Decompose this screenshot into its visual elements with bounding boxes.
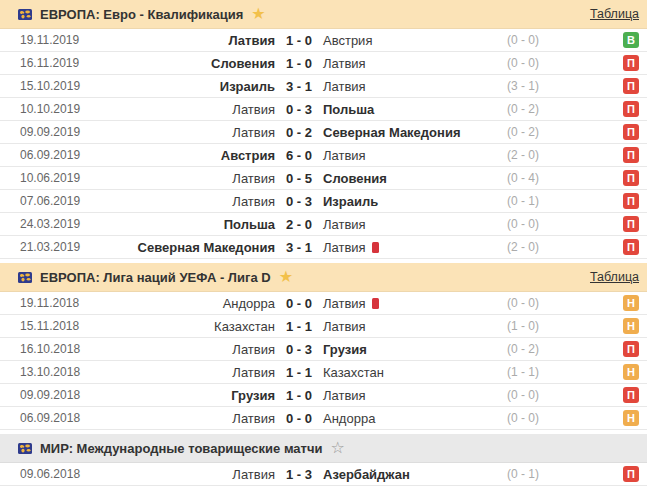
match-row[interactable]: 24.03.2019 Польша 2 - 0 Латвия (0 - 0) П <box>0 213 647 236</box>
away-team: Азербайджан <box>323 467 410 482</box>
match-score: 0 - 3 <box>275 102 323 117</box>
match-row[interactable]: 06.09.2018 Латвия 0 - 0 Андорра (0 - 0) … <box>0 407 647 430</box>
halftime-score: (0 - 0) <box>488 296 558 310</box>
match-score: 1 - 0 <box>275 33 323 48</box>
match-date: 19.11.2018 <box>0 296 125 310</box>
match-date: 06.09.2019 <box>0 148 125 162</box>
home-team: Казахстан <box>125 319 275 334</box>
result-badge: Н <box>623 364 639 380</box>
away-team-cell: Латвия <box>323 148 488 163</box>
star-icon[interactable]: ★ <box>279 269 293 285</box>
halftime-score: (0 - 1) <box>488 194 558 208</box>
match-row[interactable]: 09.09.2018 Грузия 1 - 0 Латвия (0 - 0) П <box>0 384 647 407</box>
halftime-score: (0 - 0) <box>488 56 558 70</box>
star-icon[interactable]: ★ <box>251 6 265 22</box>
match-row[interactable]: 16.11.2019 Словения 1 - 0 Латвия (0 - 0)… <box>0 52 647 75</box>
away-team: Израиль <box>323 194 378 209</box>
match-results-widget: ЕВРОПА: Евро - Квалификация ★ Таблица 19… <box>0 0 647 486</box>
match-row[interactable]: 10.06.2019 Латвия 0 - 5 Словения (0 - 4)… <box>0 167 647 190</box>
world-map-icon <box>18 443 32 454</box>
away-team: Латвия <box>323 240 366 255</box>
match-row[interactable]: 10.10.2019 Латвия 0 - 3 Польша (0 - 2) П <box>0 98 647 121</box>
world-map-icon <box>18 9 32 20</box>
match-row[interactable]: 15.10.2019 Израиль 3 - 1 Латвия (3 - 1) … <box>0 75 647 98</box>
result-badge: П <box>623 124 639 140</box>
match-date: 15.10.2019 <box>0 79 125 93</box>
match-date: 06.09.2018 <box>0 411 125 425</box>
home-team: Латвия <box>125 365 275 380</box>
match-row[interactable]: 07.06.2019 Латвия 0 - 3 Израиль (0 - 1) … <box>0 190 647 213</box>
match-row[interactable]: 21.03.2019 Северная Македония 3 - 1 Латв… <box>0 236 647 259</box>
result-badge: П <box>623 170 639 186</box>
match-row[interactable]: 19.11.2019 Латвия 1 - 0 Австрия (0 - 0) … <box>0 29 647 52</box>
result-badge: П <box>623 147 639 163</box>
halftime-score: (0 - 4) <box>488 171 558 185</box>
match-rows: 19.11.2019 Латвия 1 - 0 Австрия (0 - 0) … <box>0 29 647 259</box>
league-header: ЕВРОПА: Евро - Квалификация ★ Таблица <box>0 0 647 29</box>
table-link[interactable]: Таблица <box>590 270 639 284</box>
away-team: Латвия <box>323 388 366 403</box>
match-rows: 19.11.2018 Андорра 0 - 0 Латвия (0 - 0) … <box>0 292 647 430</box>
away-team: Казахстан <box>323 365 384 380</box>
home-team: Израиль <box>125 79 275 94</box>
home-team: Латвия <box>125 125 275 140</box>
match-score: 3 - 1 <box>275 79 323 94</box>
away-team-cell: Азербайджан <box>323 467 488 482</box>
match-score: 3 - 1 <box>275 240 323 255</box>
halftime-score: (1 - 1) <box>488 365 558 379</box>
home-team: Польша <box>125 217 275 232</box>
match-row[interactable]: 15.11.2018 Казахстан 1 - 1 Латвия (1 - 0… <box>0 315 647 338</box>
away-team: Латвия <box>323 319 366 334</box>
match-date: 16.10.2018 <box>0 342 125 356</box>
home-team: Словения <box>125 56 275 71</box>
away-team: Латвия <box>323 56 366 71</box>
away-team: Андорра <box>323 411 375 426</box>
result-badge: П <box>623 78 639 94</box>
away-team: Грузия <box>323 342 367 357</box>
away-team-cell: Латвия <box>323 56 488 71</box>
match-score: 0 - 3 <box>275 342 323 357</box>
halftime-score: (0 - 0) <box>488 388 558 402</box>
league-title: ЕВРОПА: Лига наций УЕФА - Лига D <box>40 270 271 285</box>
match-row[interactable]: 19.11.2018 Андорра 0 - 0 Латвия (0 - 0) … <box>0 292 647 315</box>
match-score: 0 - 3 <box>275 194 323 209</box>
match-date: 09.09.2019 <box>0 125 125 139</box>
home-team: Латвия <box>125 467 275 482</box>
result-badge: П <box>623 193 639 209</box>
league-section: ЕВРОПА: Евро - Квалификация ★ Таблица 19… <box>0 0 647 259</box>
match-row[interactable]: 06.09.2019 Австрия 6 - 0 Латвия (2 - 0) … <box>0 144 647 167</box>
match-rows: 09.06.2018 Латвия 1 - 3 Азербайджан (0 -… <box>0 463 647 486</box>
star-icon[interactable]: ☆ <box>331 440 345 456</box>
match-score: 1 - 3 <box>275 467 323 482</box>
halftime-score: (0 - 0) <box>488 33 558 47</box>
table-link[interactable]: Таблица <box>590 7 639 21</box>
result-badge: П <box>623 466 639 482</box>
match-date: 21.03.2019 <box>0 240 125 254</box>
league-header: ЕВРОПА: Лига наций УЕФА - Лига D ★ Табли… <box>0 263 647 292</box>
away-team-cell: Андорра <box>323 411 488 426</box>
match-row[interactable]: 09.09.2019 Латвия 0 - 2 Северная Македон… <box>0 121 647 144</box>
halftime-score: (0 - 1) <box>488 467 558 481</box>
away-team-cell: Северная Македония <box>323 125 488 140</box>
match-date: 15.11.2018 <box>0 319 125 333</box>
match-row[interactable]: 13.10.2018 Латвия 1 - 1 Казахстан (1 - 1… <box>0 361 647 384</box>
result-badge: П <box>623 387 639 403</box>
away-team: Латвия <box>323 79 366 94</box>
home-team: Андорра <box>125 296 275 311</box>
away-team-cell: Латвия <box>323 240 488 255</box>
away-team: Северная Македония <box>323 125 460 140</box>
match-row[interactable]: 16.10.2018 Латвия 0 - 3 Грузия (0 - 2) П <box>0 338 647 361</box>
halftime-score: (0 - 2) <box>488 125 558 139</box>
result-badge: В <box>623 32 639 48</box>
halftime-score: (0 - 2) <box>488 342 558 356</box>
halftime-score: (0 - 0) <box>488 411 558 425</box>
match-row[interactable]: 09.06.2018 Латвия 1 - 3 Азербайджан (0 -… <box>0 463 647 486</box>
home-team: Латвия <box>125 194 275 209</box>
result-badge: П <box>623 101 639 117</box>
match-date: 10.06.2019 <box>0 171 125 185</box>
away-team: Латвия <box>323 148 366 163</box>
home-team: Австрия <box>125 148 275 163</box>
away-team: Австрия <box>323 33 372 48</box>
away-team: Латвия <box>323 296 366 311</box>
home-team: Латвия <box>125 102 275 117</box>
